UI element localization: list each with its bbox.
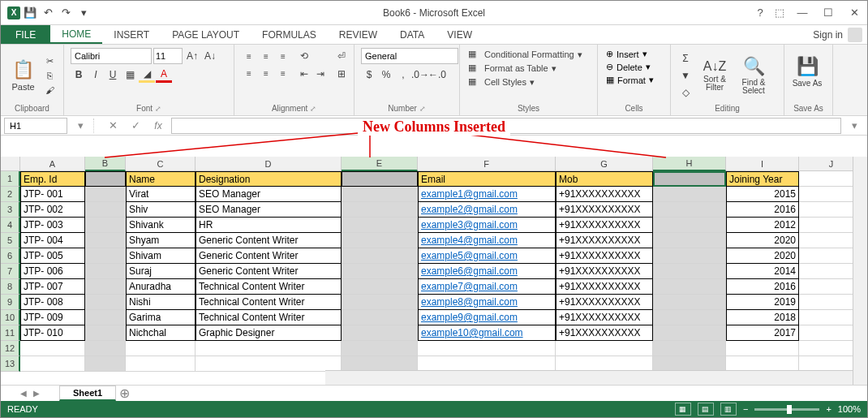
cell[interactable]: +91XXXXXXXXXX xyxy=(556,187,653,202)
cell[interactable]: JTP- 006 xyxy=(20,264,85,279)
tab-page-layout[interactable]: PAGE LAYOUT xyxy=(161,25,251,44)
select-all-corner[interactable] xyxy=(1,157,20,171)
cell[interactable]: Generic Content Writer xyxy=(196,248,342,264)
sign-in[interactable]: Sign in xyxy=(808,25,867,44)
cell[interactable] xyxy=(342,187,418,202)
minimize-button[interactable]: — xyxy=(789,4,815,22)
save-as-button[interactable]: 💾Save As xyxy=(791,48,823,95)
zoom-in-icon[interactable]: + xyxy=(826,404,831,414)
help-icon[interactable]: ? xyxy=(750,4,770,22)
cell[interactable]: Joining Year xyxy=(726,171,799,187)
cell[interactable]: Generic Content Writer xyxy=(196,233,342,248)
italic-button[interactable]: I xyxy=(88,67,104,83)
cell[interactable]: JTP- 008 xyxy=(20,295,85,310)
cell[interactable]: +91XXXXXXXXXX xyxy=(556,295,653,310)
number-format-select[interactable] xyxy=(361,48,458,64)
fill-color-button[interactable]: ◢ xyxy=(139,67,155,83)
merge-icon[interactable]: ⊞ xyxy=(333,66,350,82)
cell[interactable]: SEO Manager xyxy=(196,202,342,218)
cell[interactable]: Shivam xyxy=(126,248,196,264)
cell[interactable] xyxy=(85,295,126,310)
cell[interactable] xyxy=(85,279,126,295)
cell[interactable] xyxy=(85,171,126,187)
cell[interactable]: JTP- 010 xyxy=(20,325,85,341)
alignment-dialog-icon[interactable]: ⤢ xyxy=(310,105,316,113)
cell[interactable]: +91XXXXXXXXXX xyxy=(556,325,653,341)
tab-review[interactable]: REVIEW xyxy=(328,25,389,44)
cell[interactable]: JTP- 009 xyxy=(20,310,85,325)
cell[interactable]: Graphic Designer xyxy=(196,325,342,341)
cell[interactable] xyxy=(342,310,418,325)
col-header-C[interactable]: C xyxy=(126,157,196,171)
row-header-9[interactable]: 9 xyxy=(1,295,20,310)
comma-icon[interactable]: , xyxy=(395,67,411,83)
sheet-tab[interactable]: Sheet1 xyxy=(59,386,116,401)
cell[interactable]: +91XXXXXXXXXX xyxy=(556,248,653,264)
qat-customize-icon[interactable]: ▾ xyxy=(75,5,92,21)
row-header-13[interactable]: 13 xyxy=(1,356,20,372)
cell[interactable]: Shiv xyxy=(126,202,196,218)
cell[interactable]: Virat xyxy=(126,187,196,202)
cell[interactable] xyxy=(342,218,418,233)
col-header-A[interactable]: A xyxy=(20,157,85,171)
zoom-out-icon[interactable]: − xyxy=(743,404,748,414)
cell[interactable]: +91XXXXXXXXXX xyxy=(556,233,653,248)
save-icon[interactable]: 💾 xyxy=(22,5,38,21)
row-header-2[interactable]: 2 xyxy=(1,187,20,202)
cell[interactable]: 2016 xyxy=(726,202,799,218)
cell[interactable] xyxy=(653,218,726,233)
decrease-decimal-icon[interactable]: ←.0 xyxy=(429,67,445,83)
cell[interactable]: 2015 xyxy=(726,187,799,202)
cell[interactable] xyxy=(653,325,726,341)
format-as-table-button[interactable]: ▦Format as Table ▾ xyxy=(466,62,591,75)
increase-font-icon[interactable]: A↑ xyxy=(184,48,200,64)
cell[interactable] xyxy=(653,310,726,325)
add-sheet-icon[interactable]: ⊕ xyxy=(116,386,132,401)
expand-formula-icon[interactable]: ▾ xyxy=(844,118,864,134)
cell[interactable]: +91XXXXXXXXXX xyxy=(556,264,653,279)
cell[interactable]: Shivank xyxy=(126,218,196,233)
tab-data[interactable]: DATA xyxy=(389,25,436,44)
name-box[interactable]: H1 xyxy=(4,118,67,134)
cell[interactable]: 2014 xyxy=(726,264,799,279)
tab-view[interactable]: VIEW xyxy=(436,25,483,44)
cell[interactable] xyxy=(85,310,126,325)
sort-filter-button[interactable]: A↓ZSort & Filter xyxy=(697,52,733,99)
cell[interactable]: 2012 xyxy=(726,218,799,233)
fx-icon[interactable]: fx xyxy=(148,118,168,134)
spreadsheet-grid[interactable]: A B C D E F G H I J 1 Emp. Id Name Desig… xyxy=(1,157,867,385)
col-header-H[interactable]: H xyxy=(653,157,726,171)
cell[interactable] xyxy=(342,295,418,310)
cell[interactable] xyxy=(85,325,126,341)
clear-icon[interactable]: ◇ xyxy=(677,84,694,101)
maximize-button[interactable]: ☐ xyxy=(815,4,841,22)
cell[interactable]: Garima xyxy=(126,310,196,325)
find-select-button[interactable]: 🔍Find & Select xyxy=(736,52,771,99)
cell[interactable]: JTP- 002 xyxy=(20,202,85,218)
cell[interactable]: +91XXXXXXXXXX xyxy=(556,310,653,325)
percent-icon[interactable]: % xyxy=(378,67,394,83)
delete-cells-button[interactable]: ⊖ Delete ▾ xyxy=(604,61,664,73)
page-layout-view-icon[interactable]: ▤ xyxy=(698,403,714,416)
paste-button[interactable]: 📋Paste xyxy=(7,52,39,99)
cell[interactable]: Suraj xyxy=(126,264,196,279)
normal-view-icon[interactable]: ▦ xyxy=(675,403,691,416)
row-header-3[interactable]: 3 xyxy=(1,202,20,218)
name-box-dropdown-icon[interactable]: ▾ xyxy=(71,118,90,134)
cell[interactable]: 2020 xyxy=(726,248,799,264)
cut-icon[interactable]: ✂ xyxy=(42,54,57,67)
cell-styles-button[interactable]: ▦Cell Styles ▾ xyxy=(466,75,591,88)
sheet-nav-next-icon[interactable]: ▶ xyxy=(30,389,43,398)
cell[interactable]: example9@gmail.com xyxy=(418,310,556,325)
insert-cells-button[interactable]: ⊕ Insert ▾ xyxy=(604,48,664,60)
cell[interactable]: SEO Manager xyxy=(196,187,342,202)
sheet-nav-prev-icon[interactable]: ◀ xyxy=(17,389,30,398)
cell[interactable] xyxy=(342,264,418,279)
ribbon-display-icon[interactable]: ⬚ xyxy=(770,4,789,22)
col-header-I[interactable]: I xyxy=(726,157,799,171)
col-header-G[interactable]: G xyxy=(556,157,653,171)
cell[interactable] xyxy=(342,233,418,248)
zoom-level[interactable]: 100% xyxy=(838,404,861,414)
cell[interactable] xyxy=(653,202,726,218)
cell[interactable]: Technical Content Writer xyxy=(196,310,342,325)
